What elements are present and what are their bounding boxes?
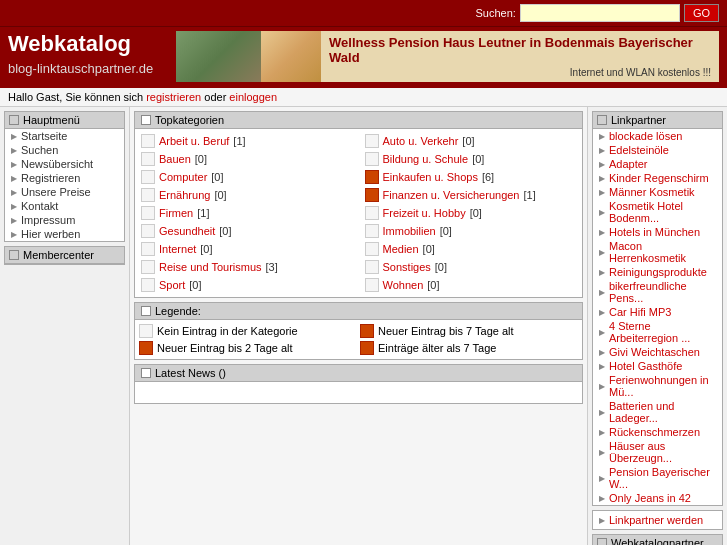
main: Hauptmenü ▶Startseite▶Suchen▶Newsübersic… (0, 107, 727, 545)
sidebar-item-link[interactable]: Suchen (21, 144, 58, 156)
sidebar-item-link[interactable]: Startseite (21, 130, 67, 142)
search-input[interactable] (520, 4, 680, 22)
logo-subtitle: blog-linktauschpartner.de (8, 61, 168, 76)
linkpartner-item-link[interactable]: Hotel Gasthöfe (609, 360, 682, 372)
sidebar-bullet: ▶ (11, 132, 17, 141)
linkpartner-item-link[interactable]: Kosmetik Hotel Bodenm... (609, 200, 716, 224)
sidebar-item-link[interactable]: Impressum (21, 214, 75, 226)
latest-news-checkbox[interactable] (141, 368, 151, 378)
linkpartner-item-link[interactable]: 4 Sterne Arbeiterregion ... (609, 320, 716, 344)
cat-count: [0] (211, 171, 223, 183)
linkpartner-item-link[interactable]: Macon Herrenkosmetik (609, 240, 716, 264)
cat-link[interactable]: Immobilien (383, 225, 436, 237)
cat-item: Auto u. Verkehr[0] (363, 133, 579, 149)
linkpartner-items: ▶blockade lösen▶Edelsteinöle▶Adapter▶Kin… (593, 129, 722, 505)
linkpartner-item: ▶4 Sterne Arbeiterregion ... (593, 319, 722, 345)
legend-icon-orange3 (139, 341, 153, 355)
linkpartner-item-link[interactable]: Kinder Regenschirm (609, 172, 709, 184)
linkpartner-item-link[interactable]: Edelsteinöle (609, 144, 669, 156)
linkpartner-item-link[interactable]: bikerfreundliche Pens... (609, 280, 716, 304)
linkpartner-checkbox[interactable] (597, 115, 607, 125)
topcats-checkbox[interactable] (141, 115, 151, 125)
cat-icon (141, 188, 155, 202)
linkpartner-item-link[interactable]: Hotels in München (609, 226, 700, 238)
header: Suchen: GO (0, 0, 727, 26)
cat-item: Gesundheit[0] (139, 223, 355, 239)
cat-item: Sport[0] (139, 277, 355, 293)
topcats-header: Topkategorien (135, 112, 582, 129)
linkpartner-item-link[interactable]: Ferienwohnungen in Mü... (609, 374, 716, 398)
cat-link[interactable]: Internet (159, 243, 196, 255)
cat-item: Einkaufen u. Shops[6] (363, 169, 579, 185)
sidebar-item-link[interactable]: Newsübersicht (21, 158, 93, 170)
cat-link[interactable]: Reise und Tourismus (159, 261, 262, 273)
sidebar-item-link[interactable]: Hier werben (21, 228, 80, 240)
right-bullet: ▶ (599, 188, 605, 197)
webkatalogpartner-section: Webkatalogpartner (592, 534, 723, 545)
right-bullet: ▶ (599, 208, 605, 217)
sidebar-bullet: ▶ (11, 188, 17, 197)
cat-link[interactable]: Sonstiges (383, 261, 431, 273)
linkpartner-item-link[interactable]: Männer Kosmetik (609, 186, 695, 198)
linkpartner-item-link[interactable]: Batterien und Ladeger... (609, 400, 716, 424)
center-content: Topkategorien Arbeit u. Beruf[1]Auto u. … (130, 107, 587, 545)
sidebar-bullet: ▶ (11, 216, 17, 225)
sidebar-item-link[interactable]: Unsere Preise (21, 186, 91, 198)
right-bullet: ▶ (599, 328, 605, 337)
cat-link[interactable]: Medien (383, 243, 419, 255)
cat-link[interactable]: Ernährung (159, 189, 210, 201)
linkpartner-item: ▶Edelsteinöle (593, 143, 722, 157)
cat-item: Freizeit u. Hobby[0] (363, 205, 579, 221)
cat-icon (365, 224, 379, 238)
legend-item-2: Neuer Eintrag bis 7 Tage alt (360, 324, 578, 338)
linkpartner-item: ▶Rückenschmerzen (593, 425, 722, 439)
cat-link[interactable]: Computer (159, 171, 207, 183)
greeting-text-mid: oder (204, 91, 229, 103)
cat-link[interactable]: Firmen (159, 207, 193, 219)
cat-icon (141, 170, 155, 184)
linkpartner-item-link[interactable]: Pension Bayerischer W... (609, 466, 716, 490)
linkpartner-item-link[interactable]: Häuser aus Überzeugn... (609, 440, 716, 464)
linkpartner-item-link[interactable]: Adapter (609, 158, 648, 170)
legend-label: Legende: (155, 305, 201, 317)
cat-link[interactable]: Einkaufen u. Shops (383, 171, 478, 183)
cat-link[interactable]: Wohnen (383, 279, 424, 291)
linkpartner-werden-link[interactable]: Linkpartner werden (609, 514, 703, 526)
register-link[interactable]: registrieren (146, 91, 201, 103)
cat-link[interactable]: Bildung u. Schule (383, 153, 469, 165)
main-menu-section: Hauptmenü ▶Startseite▶Suchen▶Newsübersic… (4, 111, 125, 242)
linkpartner-item-link[interactable]: Only Jeans in 42 (609, 492, 691, 504)
sidebar-item-link[interactable]: Registrieren (21, 172, 80, 184)
cat-link[interactable]: Freizeit u. Hobby (383, 207, 466, 219)
cat-count: [0] (472, 153, 484, 165)
logo-text: Webkatalog blog-linktauschpartner.de (8, 31, 168, 82)
sidebar-item-link[interactable]: Kontakt (21, 200, 58, 212)
linkpartner-item: ▶Hotels in München (593, 225, 722, 239)
cat-count: [0] (214, 189, 226, 201)
legend-checkbox[interactable] (141, 306, 151, 316)
main-menu-header: Hauptmenü (5, 112, 124, 129)
linkpartner-item-link[interactable]: Car Hifi MP3 (609, 306, 671, 318)
search-button[interactable]: GO (684, 4, 719, 22)
linkpartner-item-link[interactable]: Reinigungsprodukte (609, 266, 707, 278)
cat-link[interactable]: Finanzen u. Versicherungen (383, 189, 520, 201)
cat-count: [0] (200, 243, 212, 255)
webkatalogpartner-checkbox[interactable] (597, 538, 607, 545)
cat-link[interactable]: Sport (159, 279, 185, 291)
linkpartner-item-link[interactable]: Rückenschmerzen (609, 426, 700, 438)
banner-photo-right (261, 31, 321, 82)
linkpartner-section: Linkpartner ▶blockade lösen▶Edelsteinöle… (592, 111, 723, 506)
cat-icon (141, 278, 155, 292)
linkpartner-item-link[interactable]: Givi Weichtaschen (609, 346, 700, 358)
main-menu-checkbox[interactable] (9, 115, 19, 125)
cat-link[interactable]: Gesundheit (159, 225, 215, 237)
legend-item-1: Kein Eintrag in der Kategorie (139, 324, 357, 338)
cat-link[interactable]: Arbeit u. Beruf (159, 135, 229, 147)
cat-link[interactable]: Bauen (159, 153, 191, 165)
cat-link[interactable]: Auto u. Verkehr (383, 135, 459, 147)
linkpartner-item-link[interactable]: blockade lösen (609, 130, 682, 142)
search-label: Suchen: (476, 7, 516, 19)
member-menu-checkbox[interactable] (9, 250, 19, 260)
login-link[interactable]: einloggen (229, 91, 277, 103)
cat-item: Immobilien[0] (363, 223, 579, 239)
